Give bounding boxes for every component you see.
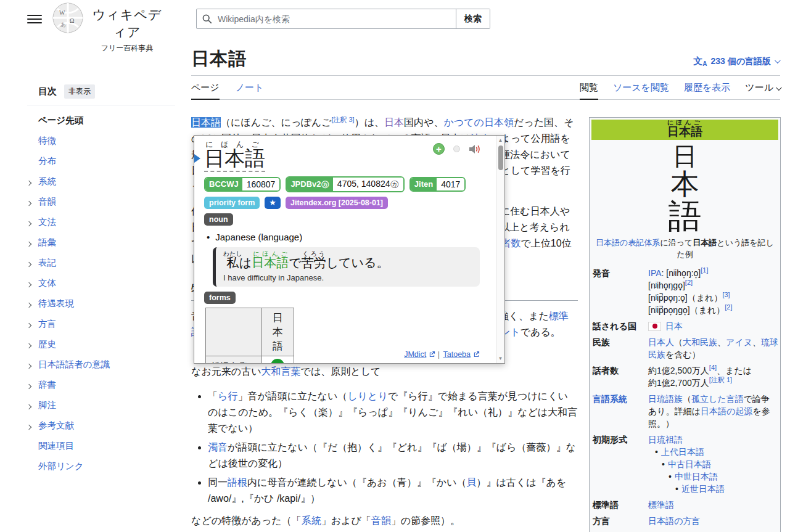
headword[interactable]: 日本語にほんご (204, 141, 265, 172)
toc-link[interactable]: 方言 (38, 318, 56, 330)
toc-link[interactable]: 特徴 (38, 135, 56, 147)
chevron-right-icon[interactable] (27, 360, 38, 370)
toc-link[interactable]: 文体 (38, 277, 56, 289)
toc-link[interactable]: 日本語話者の意識 (38, 359, 110, 370)
inline-link[interactable]: 日琉祖語 (648, 435, 683, 444)
inline-link[interactable]: 日本語の起源 (701, 406, 752, 416)
reference-link[interactable]: [注釈 1] (709, 376, 732, 383)
tab[interactable]: ページ (191, 82, 220, 99)
chevron-right-icon[interactable] (27, 197, 38, 207)
inline-link[interactable]: 上代日本語 (661, 446, 704, 458)
wikipedia-logo[interactable]: W Ω あ (52, 2, 84, 36)
toc-link[interactable]: 脚注 (38, 399, 56, 411)
toc-link[interactable]: 音韻 (38, 196, 56, 208)
scroll-down-icon[interactable]: ▼ (496, 356, 504, 361)
infobox-nested-item: •近世日本語 (648, 483, 778, 495)
tab[interactable]: ソースを閲覧 (613, 82, 669, 99)
inline-link[interactable]: 日本人 (648, 337, 674, 347)
frequency-dict-name: Jiten (411, 178, 437, 190)
infobox-label[interactable]: 言語系統 (591, 391, 648, 432)
toc-link[interactable]: 系統 (38, 176, 56, 187)
forms-tag: forms (204, 292, 236, 304)
view-note-icon[interactable] (453, 145, 460, 152)
inline-link[interactable]: 日琉語族 (648, 394, 683, 404)
popup-scrollbar[interactable]: ▲ ▼ (496, 136, 504, 363)
chevron-right-icon[interactable] (27, 299, 38, 309)
reference-link[interactable]: [2] (685, 279, 693, 286)
text-segment: [nʲip̚po̞ŋgo̞]（まれ） (648, 305, 725, 315)
tab[interactable]: ノート (236, 82, 264, 99)
toc-link[interactable]: 関連項目 (38, 440, 74, 452)
chevron-right-icon[interactable] (27, 319, 38, 329)
inline-link[interactable]: 貝 (466, 477, 476, 488)
tab[interactable]: 閲覧 (580, 82, 598, 99)
toc-link[interactable]: 辞書 (38, 379, 56, 391)
inline-link[interactable]: 孤立した言語 (691, 394, 744, 404)
toc-link[interactable]: 語彙 (38, 237, 56, 248)
external-dictionary-link[interactable]: JMdict (404, 350, 426, 359)
inline-link[interactable]: 日本語の方言 (648, 516, 700, 526)
chevron-right-icon[interactable] (27, 401, 38, 411)
toc-link[interactable]: 表記 (38, 257, 56, 269)
infobox-caption: 日本語の表記体系に沿って日本語という語を記した例 (595, 237, 775, 260)
language-selector-button[interactable]: 文A 233 個の言語版 (693, 55, 779, 67)
scroll-up-icon[interactable]: ▲ (496, 137, 504, 143)
tab[interactable]: ツール (745, 82, 780, 99)
toc-link[interactable]: 待遇表現 (38, 298, 74, 309)
reference-link[interactable]: [1] (701, 266, 708, 274)
reference-link[interactable]: [4] (709, 364, 717, 371)
add-note-icon[interactable]: + (433, 143, 445, 155)
infobox-value-line: 約1億2,500万人[4]、または (648, 364, 778, 377)
inline-link[interactable]: 中世日本語 (675, 470, 718, 483)
inline-link[interactable]: かつての日本領 (443, 117, 514, 128)
infobox-value-line: 約1億2,700万人[注釈 1] (648, 377, 778, 389)
play-audio-icon[interactable] (469, 144, 481, 154)
wikipedia-wordmark[interactable]: ウィキペディア フリー百科事典 (86, 6, 168, 54)
chevron-right-icon[interactable] (27, 238, 38, 248)
inline-link[interactable]: ら行 (218, 391, 237, 401)
star-icon[interactable]: ★ (265, 197, 281, 209)
dictionary-source-tag[interactable]: Jitendex.org [2025-08-01] (286, 197, 388, 209)
toc-link[interactable]: 文法 (38, 216, 56, 228)
reference-link[interactable]: [注釈 3] (331, 116, 354, 123)
chevron-right-icon[interactable] (27, 340, 38, 350)
inline-link[interactable]: IPA (648, 268, 662, 278)
infobox-label[interactable]: 表記体系 (591, 529, 648, 532)
inline-link[interactable]: 系統 (302, 515, 321, 526)
toc-item: 表記 (27, 253, 175, 273)
inline-link[interactable]: しりとり (347, 391, 388, 401)
chevron-right-icon[interactable] (27, 279, 38, 289)
inline-link[interactable]: 日本 (665, 321, 683, 331)
hamburger-menu-icon[interactable] (27, 12, 42, 25)
inline-link[interactable]: アイヌ (726, 337, 752, 347)
priority-form-tag: priority form (204, 197, 260, 209)
inline-link[interactable]: 大和民族 (683, 337, 717, 347)
scrollbar-thumb[interactable] (498, 145, 503, 170)
tab[interactable]: 履歴を表示 (684, 82, 730, 99)
inline-link[interactable]: 語根 (228, 477, 247, 488)
external-dictionary-link[interactable]: Tatoeba (443, 350, 471, 359)
toc-link[interactable]: 参考文献 (38, 420, 74, 432)
inline-link[interactable]: 濁音 (208, 442, 228, 452)
toc-link[interactable]: ページ先頭 (38, 115, 83, 126)
search-button[interactable]: 検索 (456, 9, 490, 28)
toc-hide-button[interactable]: 非表示 (64, 84, 95, 99)
toc-link[interactable]: 歴史 (38, 338, 56, 350)
chevron-right-icon[interactable] (27, 421, 38, 431)
chevron-right-icon[interactable] (27, 380, 38, 390)
inline-link[interactable]: 中古日本語 (668, 458, 711, 470)
inline-link[interactable]: 音韻 (371, 515, 391, 526)
inline-link[interactable]: 近世日本語 (681, 483, 725, 495)
reference-link[interactable]: [2] (725, 303, 732, 311)
inline-link[interactable]: 日本 (384, 117, 404, 128)
search-input[interactable] (216, 14, 451, 25)
toc-link[interactable]: 外部リンク (38, 460, 84, 472)
inline-link[interactable]: 日本語の表記体系 (596, 238, 660, 247)
chevron-right-icon[interactable] (27, 258, 38, 268)
toc-link[interactable]: 分布 (38, 155, 56, 167)
inline-link[interactable]: 標準語 (648, 500, 674, 510)
inline-link[interactable]: 大和言葉 (261, 366, 301, 377)
reference-link[interactable]: [3] (722, 291, 730, 298)
chevron-right-icon[interactable] (27, 218, 38, 227)
chevron-right-icon[interactable] (27, 177, 38, 187)
